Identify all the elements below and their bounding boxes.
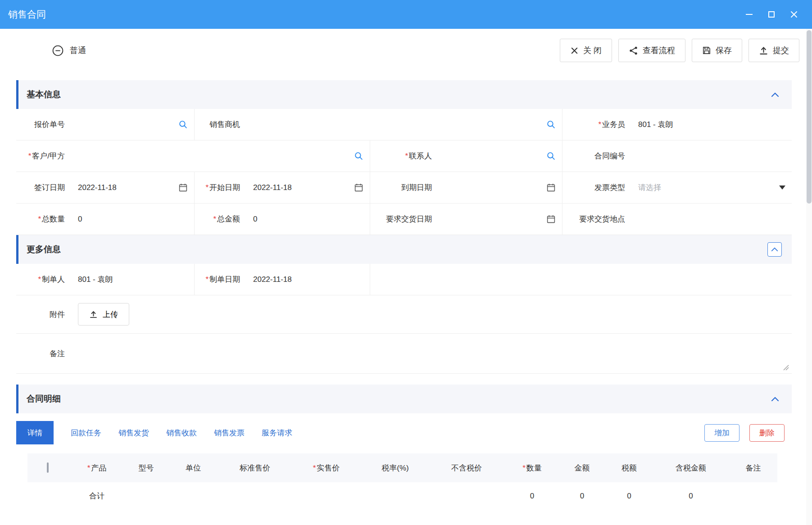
minimize-button[interactable]: [744, 10, 753, 19]
contact-search-button[interactable]: [546, 151, 556, 161]
total-amount-input[interactable]: 0: [246, 204, 370, 235]
tab-sales-shipment[interactable]: 销售发货: [118, 428, 149, 438]
opportunity-search-button[interactable]: [546, 120, 556, 129]
more-info-empty-cell: [370, 264, 792, 295]
col-remark: 备注: [729, 463, 777, 473]
total-qty-label: *总数量: [16, 204, 71, 235]
col-standard-price: 标准售价: [220, 463, 290, 473]
total-label: 合计: [68, 491, 126, 501]
expire-date-calendar-button[interactable]: [546, 183, 556, 192]
delivery-place-label: 要求交货地点: [563, 204, 631, 235]
collapse-icon: [771, 92, 779, 97]
contract-no-input[interactable]: [631, 140, 792, 172]
salesman-value: 801 - 袁朗: [638, 119, 673, 130]
submit-button[interactable]: 提交: [748, 39, 799, 62]
scrollbar-thumb[interactable]: [807, 30, 812, 204]
total-qty-value: 0: [78, 215, 82, 224]
collapse-icon: [771, 397, 779, 402]
delivery-place-input[interactable]: [631, 204, 792, 235]
delivery-date-input[interactable]: [438, 204, 563, 235]
sign-date-input[interactable]: 2022-11-18: [71, 172, 195, 204]
view-flow-button[interactable]: 查看流程: [618, 39, 685, 62]
maker-value: 801 - 袁朗: [78, 274, 113, 285]
col-product: *产品: [68, 463, 126, 473]
detail-table-header: *产品 型号 单位 标准售价 *实售价 税率(%) 不含税价 *数量 金额 税额…: [27, 453, 777, 482]
calendar-icon: [178, 183, 188, 192]
submit-button-label: 提交: [773, 45, 789, 56]
col-model: 型号: [126, 463, 166, 473]
sign-date-value: 2022-11-18: [78, 183, 117, 192]
make-date-input[interactable]: 2022-11-18: [246, 264, 370, 295]
tab-sales-receipt[interactable]: 销售收款: [166, 428, 197, 438]
col-actual-price: *实售价: [290, 463, 363, 473]
vertical-scrollbar[interactable]: [806, 29, 812, 525]
upload-button[interactable]: 上传: [78, 303, 129, 326]
quote-no-input[interactable]: [71, 109, 195, 140]
section-accent-bar: [16, 80, 18, 109]
save-button[interactable]: 保存: [692, 39, 742, 62]
total-amount-incl-tax-cell: 0: [653, 492, 729, 501]
window-controls: [744, 10, 798, 19]
section-accent-bar: [16, 235, 18, 264]
sign-date-label: 签订日期: [16, 172, 71, 204]
start-date-calendar-button[interactable]: [354, 183, 363, 192]
toolbar: 普通 关 闭 查看流程 保存: [0, 39, 812, 62]
attachment-label: 附件: [16, 295, 71, 334]
basic-info-title: 基本信息: [27, 89, 61, 100]
tab-payment-task[interactable]: 回款任务: [71, 428, 101, 438]
more-info-collapse-button[interactable]: [767, 242, 782, 257]
opportunity-label: 销售商机: [195, 109, 246, 140]
basic-info-collapse-button[interactable]: [771, 92, 779, 97]
contract-detail-collapse-button[interactable]: [771, 397, 779, 402]
total-amount-value: 0: [253, 215, 257, 224]
search-icon: [354, 151, 363, 161]
contact-input[interactable]: [438, 140, 563, 172]
total-qty-cell: 0: [506, 492, 558, 501]
col-tax-rate: 税率(%): [363, 463, 427, 473]
close-icon: [570, 46, 579, 55]
remark-textarea[interactable]: [71, 334, 792, 374]
opportunity-input[interactable]: [246, 109, 563, 140]
col-amount: 金额: [558, 463, 606, 473]
delete-row-button[interactable]: 删除: [749, 424, 785, 442]
close-button-label: 关 闭: [583, 45, 602, 56]
quote-no-label: 报价单号: [16, 109, 71, 140]
contract-detail-header: 合同明细: [16, 385, 792, 413]
priority-label: 普通: [70, 45, 86, 56]
window-close-button[interactable]: [789, 10, 798, 19]
total-tax-cell: 0: [606, 492, 653, 501]
search-icon: [546, 151, 556, 161]
customer-search-button[interactable]: [354, 151, 363, 161]
tab-service-request[interactable]: 服务请求: [262, 428, 292, 438]
salesman-input[interactable]: 801 - 袁朗: [631, 109, 792, 140]
search-icon: [178, 120, 188, 129]
resize-icon[interactable]: [782, 363, 789, 371]
expire-date-input[interactable]: [438, 172, 563, 204]
add-row-button[interactable]: 增加: [704, 424, 739, 442]
save-icon: [702, 46, 711, 55]
dropdown-arrow-icon[interactable]: [779, 186, 785, 190]
maximize-button[interactable]: [767, 10, 776, 19]
quote-no-search-button[interactable]: [178, 120, 188, 129]
col-price-excl-tax: 不含税价: [427, 463, 506, 473]
select-all-checkbox[interactable]: [47, 462, 49, 473]
upload-button-label: 上传: [103, 309, 118, 320]
close-button[interactable]: 关 闭: [560, 39, 612, 62]
maker-input[interactable]: 801 - 袁朗: [71, 264, 195, 295]
total-qty-input[interactable]: 0: [71, 204, 195, 235]
toolbar-actions: 关 闭 查看流程 保存: [560, 39, 799, 62]
tab-sales-invoice[interactable]: 销售发票: [214, 428, 245, 438]
start-date-label: *开始日期: [195, 172, 246, 204]
priority-selector[interactable]: 普通: [52, 45, 86, 57]
delivery-date-calendar-button[interactable]: [546, 214, 556, 224]
invoice-type-select[interactable]: 请选择: [631, 172, 792, 204]
calendar-icon: [546, 183, 556, 192]
customer-input[interactable]: [71, 140, 370, 172]
basic-info-header: 基本信息: [16, 80, 792, 109]
tab-detail[interactable]: 详情: [16, 421, 54, 444]
start-date-input[interactable]: 2022-11-18: [246, 172, 370, 204]
total-amount-cell: 0: [558, 492, 606, 501]
sign-date-calendar-button[interactable]: [178, 183, 188, 192]
contract-detail-title: 合同明细: [27, 393, 61, 405]
maximize-icon: [768, 11, 775, 18]
